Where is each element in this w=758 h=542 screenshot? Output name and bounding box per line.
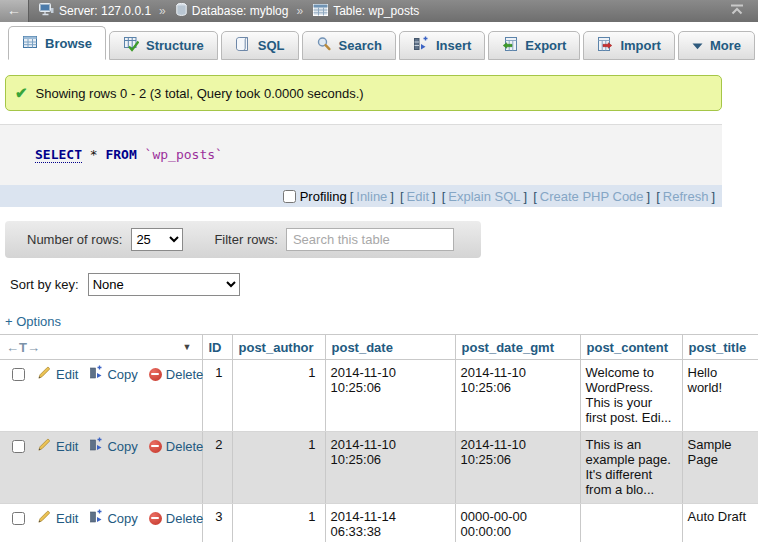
delete-label: Delete (166, 439, 204, 454)
with-selected-icon: ←T→ (6, 340, 40, 355)
column-header-post-author[interactable]: post_author (232, 335, 325, 360)
cell-post-date[interactable]: 2014-11-10 10:25:06 (325, 432, 455, 504)
copy-icon (89, 437, 103, 455)
profiling-checkbox[interactable] (283, 190, 296, 203)
bracket: ] (647, 189, 651, 204)
column-header-post-date-gmt[interactable]: post_date_gmt (455, 335, 580, 360)
edit-link[interactable]: Edit (37, 365, 78, 383)
create-php-code-link[interactable]: Create PHP Code (540, 189, 644, 204)
cell-post-content[interactable]: This is an example page. It's different … (580, 432, 682, 504)
edit-link[interactable]: Edit (37, 509, 78, 527)
copy-icon (89, 509, 103, 527)
cell-post-content[interactable] (580, 504, 682, 542)
column-header-post-title[interactable]: post_title (682, 335, 758, 360)
breadcrumb-server[interactable]: Server: 127.0.0.1 (39, 3, 151, 19)
cell-post-author[interactable]: 1 (232, 432, 325, 504)
edit-label: Edit (56, 439, 78, 454)
sql-keyword-from: FROM (105, 147, 136, 162)
copy-label: Copy (107, 439, 137, 454)
cell-post-author[interactable]: 1 (232, 504, 325, 542)
options-toggle-link[interactable]: + Options (5, 314, 61, 329)
cell-post-date-gmt[interactable]: 2014-11-10 10:25:06 (455, 432, 580, 504)
collapse-topbar-button[interactable] (730, 4, 744, 18)
breadcrumb-database[interactable]: Database: myblog (176, 3, 289, 19)
row-actions-cell: Edit Copy Delete (0, 360, 202, 432)
bracket: [ (442, 189, 446, 204)
insert-row-icon (413, 36, 429, 55)
cell-id[interactable]: 3 (202, 504, 232, 542)
column-header-post-content[interactable]: post_content (580, 335, 682, 360)
sql-table-name: `wp_posts` (145, 147, 223, 162)
sort-by-key-select[interactable]: None (88, 273, 240, 296)
tab-insert[interactable]: Insert (399, 31, 485, 60)
sql-keyword-select[interactable]: SELECT (35, 147, 82, 163)
cell-post-date-gmt[interactable]: 2014-11-10 10:25:06 (455, 360, 580, 432)
cell-post-date[interactable]: 2014-11-14 06:33:38 (325, 504, 455, 542)
copy-icon (89, 365, 103, 383)
breadcrumb-separator: » (159, 4, 166, 18)
back-button[interactable]: ← (0, 0, 29, 22)
tab-search[interactable]: Search (302, 31, 396, 60)
breadcrumb-database-label: Database: myblog (192, 4, 289, 18)
edit-label: Edit (56, 367, 78, 382)
edit-link[interactable]: Edit (37, 437, 78, 455)
delete-link[interactable]: Delete (149, 367, 204, 382)
tab-label: Import (620, 38, 660, 53)
cell-post-date-gmt[interactable]: 0000-00-00 00:00:00 (455, 504, 580, 542)
refresh-link[interactable]: Refresh (663, 189, 709, 204)
cell-post-title[interactable]: Sample Page (682, 432, 758, 504)
delete-link[interactable]: Delete (149, 511, 204, 526)
copy-link[interactable]: Copy (89, 509, 137, 527)
rows-filter-panel: Number of rows: 25 Filter rows: (5, 221, 481, 258)
number-of-rows-select[interactable]: 25 (131, 228, 183, 251)
pencil-icon (37, 509, 52, 527)
cell-post-author[interactable]: 1 (232, 360, 325, 432)
row-checkbox[interactable] (12, 440, 25, 453)
tab-sql[interactable]: SQL (221, 31, 299, 60)
header-dropdown-icon[interactable]: ▼ (183, 342, 192, 352)
pencil-icon (37, 437, 52, 455)
tab-structure[interactable]: Structure (109, 31, 218, 60)
search-icon (316, 36, 332, 55)
cell-id[interactable]: 1 (202, 360, 232, 432)
copy-label: Copy (107, 511, 137, 526)
cell-id[interactable]: 2 (202, 432, 232, 504)
pencil-icon (37, 365, 52, 383)
cell-post-content[interactable]: Welcome to WordPress. This is your first… (580, 360, 682, 432)
row-checkbox[interactable] (12, 368, 25, 381)
tab-export[interactable]: Export (488, 31, 580, 60)
server-icon (39, 3, 54, 19)
bracket: [ (656, 189, 660, 204)
copy-link[interactable]: Copy (89, 437, 137, 455)
table-structure-icon (123, 36, 139, 55)
browse-table-icon (22, 34, 38, 53)
sql-scroll-icon (235, 36, 251, 55)
export-icon (502, 36, 518, 55)
cell-post-title[interactable]: Auto Draft (682, 504, 758, 542)
row-checkbox[interactable] (12, 512, 25, 525)
breadcrumb-server-label: Server: 127.0.0.1 (59, 4, 151, 18)
tab-browse[interactable]: Browse (8, 26, 106, 60)
delete-label: Delete (166, 367, 204, 382)
delete-label: Delete (166, 511, 204, 526)
row-actions-cell: Edit Copy Delete (0, 432, 202, 504)
select-all-header[interactable]: ←T→ ▼ (0, 335, 202, 360)
delete-icon (149, 368, 162, 381)
delete-icon (149, 512, 162, 525)
number-of-rows-label: Number of rows: (27, 232, 122, 247)
explain-sql-link[interactable]: Explain SQL (448, 189, 520, 204)
cell-post-date[interactable]: 2014-11-10 10:25:06 (325, 360, 455, 432)
chevron-down-icon (692, 38, 703, 53)
edit-query-link[interactable]: Edit (407, 189, 429, 204)
cell-post-title[interactable]: Hello world! (682, 360, 758, 432)
inline-link[interactable]: Inline (356, 189, 387, 204)
breadcrumb-table[interactable]: Table: wp_posts (313, 4, 419, 19)
tab-more[interactable]: More (678, 31, 755, 60)
filter-rows-input[interactable] (286, 228, 454, 251)
column-header-post-date[interactable]: post_date (325, 335, 455, 360)
column-header-id[interactable]: ID (202, 335, 232, 360)
delete-link[interactable]: Delete (149, 439, 204, 454)
delete-icon (149, 440, 162, 453)
copy-link[interactable]: Copy (89, 365, 137, 383)
tab-import[interactable]: Import (583, 31, 674, 60)
